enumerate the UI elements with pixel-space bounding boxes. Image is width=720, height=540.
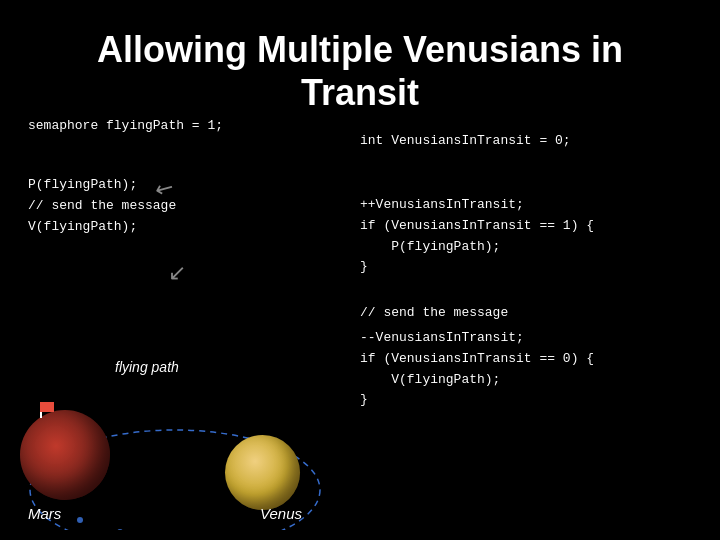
semaphore-code: semaphore flyingPath = 1; — [28, 115, 223, 137]
svg-point-1 — [77, 517, 83, 523]
close-brace1: } — [360, 257, 594, 278]
v-flying-line: V(flyingPath); — [28, 217, 176, 238]
right-mid-code-block: ++VenusiansInTransit; if (VenusiansInTra… — [360, 195, 594, 278]
mars-flag — [40, 402, 54, 412]
venus-label: Venus — [260, 505, 302, 522]
comment-send-line: // send the message — [28, 196, 176, 217]
v-flying2-line: V(flyingPath); — [360, 370, 594, 391]
int-line: int VenusiansInTransit = 0; — [360, 133, 571, 148]
increment-line: ++VenusiansInTransit; — [360, 195, 594, 216]
comment-send2: // send the message — [360, 305, 508, 320]
slide: Allowing Multiple Venusians in Transit s… — [0, 0, 720, 540]
if-eq0-line: if (VenusiansInTransit == 0) { — [360, 349, 594, 370]
title-line2: Transit — [301, 72, 419, 113]
venus-planet — [225, 435, 300, 510]
title-line1: Allowing Multiple Venusians in — [97, 29, 623, 70]
if-eq1-line: if (VenusiansInTransit == 1) { — [360, 216, 594, 237]
right-bottom-code-block: --VenusiansInTransit; if (VenusiansInTra… — [360, 328, 594, 411]
close-brace2: } — [360, 390, 594, 411]
mars-label: Mars — [28, 505, 61, 522]
flying-path-label: flying path — [115, 359, 179, 375]
decrement-line: --VenusiansInTransit; — [360, 328, 594, 349]
int-code-top: int VenusiansInTransit = 0; — [360, 130, 571, 152]
mars-planet — [20, 410, 110, 500]
svg-point-2 — [117, 529, 123, 530]
semaphore-line: semaphore flyingPath = 1; — [28, 118, 223, 133]
pv-left-code: P(flyingPath); // send the message V(fly… — [28, 175, 176, 237]
slide-title: Allowing Multiple Venusians in Transit — [0, 0, 720, 130]
bird-arrow-icon2: ↙ — [168, 260, 186, 286]
p-flying2-line: P(flyingPath); — [360, 237, 594, 258]
planet-area: flying path Mars Venus — [0, 290, 340, 530]
